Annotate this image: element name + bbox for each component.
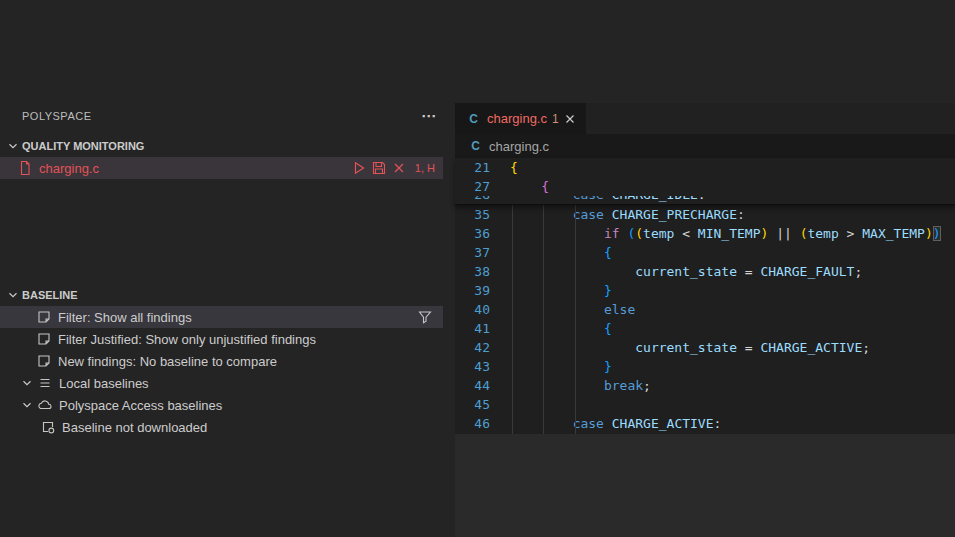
list-icon: [37, 375, 53, 391]
code-line-41: 41 {: [455, 319, 955, 338]
tab-bar: C charging.c 1: [455, 103, 955, 134]
baseline-item-label: New findings: No baseline to compare: [58, 354, 277, 369]
c-file-icon: C: [466, 111, 481, 126]
code-line-35: 35 case CHARGE_PRECHARGE:: [455, 205, 955, 224]
code-line-21: 21{: [455, 158, 955, 177]
baseline-item-label: Polyspace Access baselines: [59, 398, 222, 413]
code-line-38: 38 current_state = CHARGE_FAULT;: [455, 262, 955, 281]
code-line-46: 46 case CHARGE_ACTIVE:: [455, 414, 955, 433]
baseline-item-label: Filter Justified: Show only unjustified …: [58, 332, 316, 347]
c-file-icon: C: [468, 139, 483, 154]
chevron-down-icon: [20, 376, 34, 390]
file-label: charging.c: [39, 161, 99, 176]
code-line-45: 45: [455, 395, 955, 414]
code-line-42: 42 current_state = CHARGE_ACTIVE;: [455, 338, 955, 357]
sidebar-title: POLYSPACE: [22, 110, 92, 122]
code-line-40: 40 else: [455, 300, 955, 319]
breadcrumb-file: charging.c: [489, 139, 549, 154]
note-icon: [36, 331, 52, 347]
baseline-item-filter-justified[interactable]: Filter Justified: Show only unjustified …: [0, 328, 443, 350]
section-quality-monitoring[interactable]: QUALITY MONITORING: [0, 135, 455, 157]
code-line-36: 36 if ((temp < MIN_TEMP) || (temp > MAX_…: [455, 224, 955, 243]
code-line-37: 37 {: [455, 243, 955, 262]
filter-icon[interactable]: [417, 309, 433, 325]
more-actions-icon[interactable]: ⋯: [421, 111, 437, 121]
note-icon: [36, 353, 52, 369]
cloud-icon: [37, 397, 53, 413]
save-icon[interactable]: [371, 160, 387, 176]
polyspace-sidebar: POLYSPACE ⋯ QUALITY MONITORING charging.…: [0, 103, 455, 537]
tab-charging-c[interactable]: C charging.c 1: [455, 103, 586, 134]
baseline-item-filter[interactable]: Filter: Show all findings: [0, 306, 443, 328]
editor-bottom-filler: [455, 434, 955, 537]
quality-section-body: [0, 179, 455, 278]
section-baseline[interactable]: BASELINE: [0, 284, 455, 306]
quality-file-row[interactable]: charging.c 1, H: [0, 157, 443, 179]
baseline-not-downloaded-icon: [40, 419, 56, 435]
tab-problem-badge: 1: [552, 112, 559, 126]
code-line-28: 28 case CHARGE_IDLE:: [455, 196, 955, 204]
baseline-item-label: Local baselines: [59, 376, 149, 391]
breadcrumb[interactable]: C charging.c: [455, 134, 955, 158]
section-label: BASELINE: [22, 289, 78, 301]
code-lines: 35 case CHARGE_PRECHARGE:36 if ((temp < …: [455, 205, 955, 433]
code-line-44: 44 break;: [455, 376, 955, 395]
section-label: QUALITY MONITORING: [22, 140, 144, 152]
baseline-item-label: Baseline not downloaded: [62, 420, 207, 435]
code-line-43: 43 }: [455, 357, 955, 376]
findings-badge: 1, H: [415, 162, 435, 174]
code-line-27: 27 {: [455, 177, 955, 196]
sidebar-title-row: POLYSPACE ⋯: [0, 103, 455, 129]
baseline-item-access-baselines[interactable]: Polyspace Access baselines: [0, 394, 443, 416]
code-editor[interactable]: 21{27 {28 case CHARGE_IDLE: 35 case CHAR…: [455, 158, 955, 434]
baseline-item-label: Filter: Show all findings: [58, 310, 192, 325]
baseline-item-local-baselines[interactable]: Local baselines: [0, 372, 443, 394]
run-analysis-icon[interactable]: [351, 160, 367, 176]
tab-label: charging.c: [487, 111, 547, 126]
tab-close-icon[interactable]: [562, 111, 578, 127]
chevron-down-icon: [6, 288, 20, 302]
file-icon: [17, 160, 33, 176]
baseline-item-new-findings[interactable]: New findings: No baseline to compare: [0, 350, 443, 372]
editor-group: C charging.c 1 C charging.c 21{27 {28 ca…: [455, 103, 955, 537]
chevron-down-icon: [20, 398, 34, 412]
baseline-item-not-downloaded[interactable]: Baseline not downloaded: [0, 416, 443, 438]
sticky-scroll[interactable]: 21{27 {28 case CHARGE_IDLE:: [455, 158, 955, 205]
close-icon[interactable]: [391, 160, 407, 176]
note-icon: [36, 309, 52, 325]
code-line-39: 39 }: [455, 281, 955, 300]
chevron-down-icon: [6, 139, 20, 153]
